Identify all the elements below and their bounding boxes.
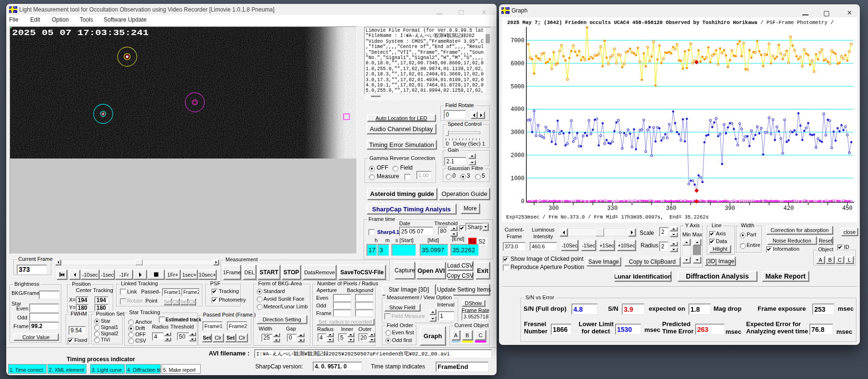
svg-text:360: 360 <box>666 205 677 212</box>
svg-text:330: 330 <box>607 205 618 212</box>
svg-text:3000: 3000 <box>511 129 524 136</box>
svg-text:450: 450 <box>842 205 853 212</box>
svg-text:7000: 7000 <box>511 37 524 44</box>
svg-text:390: 390 <box>725 205 735 212</box>
svg-text:1000: 1000 <box>511 175 524 182</box>
svg-text:2025 05 07 17:03:35:241: 2025 05 07 17:03:35:241 <box>12 29 149 37</box>
svg-text:5000: 5000 <box>511 84 524 90</box>
svg-text:0: 0 <box>521 198 524 205</box>
svg-text:6000: 6000 <box>511 61 524 67</box>
svg-text:2000: 2000 <box>511 152 524 159</box>
svg-text:4000: 4000 <box>511 106 524 113</box>
svg-text:420: 420 <box>784 205 794 212</box>
svg-text:300: 300 <box>548 205 559 212</box>
